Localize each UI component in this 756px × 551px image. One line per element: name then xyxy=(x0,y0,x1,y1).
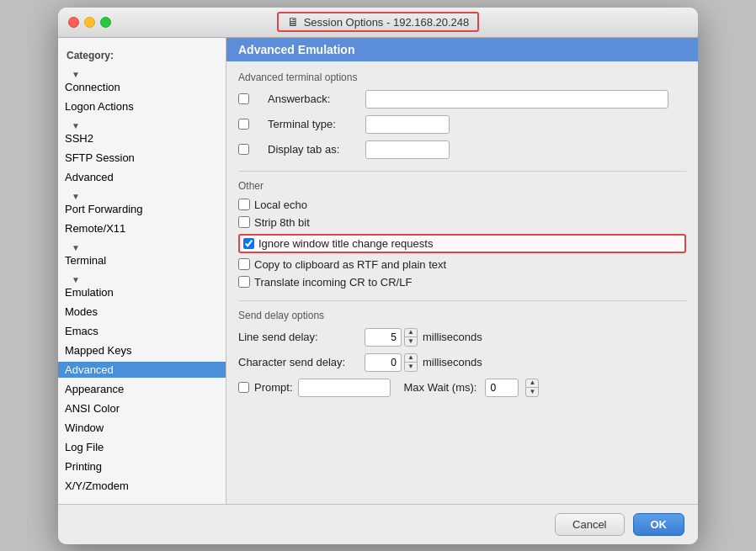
sidebar-item-window[interactable]: Window xyxy=(58,418,226,437)
copy-rtf-label: Copy to clipboard as RTF and plain text xyxy=(254,258,446,271)
sidebar-item-terminal[interactable]: ▼Terminal xyxy=(58,238,226,270)
sidebar-item-emacs[interactable]: Emacs xyxy=(58,321,226,341)
sidebar-item-appearance[interactable]: Appearance xyxy=(58,379,226,399)
sidebar-item-modes[interactable]: Modes xyxy=(58,302,226,321)
display-tab-input[interactable] xyxy=(365,140,450,159)
minimize-button[interactable] xyxy=(84,17,95,28)
line-send-unit: milliseconds xyxy=(423,331,482,343)
panel-header: Advanced Emulation xyxy=(226,38,698,61)
translate-cr-checkbox[interactable] xyxy=(238,276,250,288)
sidebar-item-sftp-session[interactable]: SFTP Session xyxy=(58,148,226,167)
prompt-input[interactable] xyxy=(298,379,391,397)
line-send-input[interactable] xyxy=(365,328,402,347)
display-tab-row: Display tab as: xyxy=(238,140,686,159)
dialog-footer: Cancel OK xyxy=(58,504,698,544)
char-send-unit: milliseconds xyxy=(423,356,482,368)
ignore-window-label: Ignore window title change requests xyxy=(258,237,433,250)
ignore-window-row: Ignore window title change requests xyxy=(238,234,686,253)
local-echo-label: Local echo xyxy=(254,199,307,211)
line-send-label: Line send delay: xyxy=(238,331,365,343)
titlebar: 🖥 Session Options - 192.168.20.248 xyxy=(58,8,698,38)
window-title: 🖥 Session Options - 192.168.20.248 xyxy=(277,12,480,32)
panel-body: Advanced terminal options Answerback: Te… xyxy=(226,61,698,504)
sidebar-item-logon-actions[interactable]: Logon Actions xyxy=(58,97,226,116)
display-tab-label: Display tab as: xyxy=(268,143,360,156)
ignore-window-checkbox[interactable] xyxy=(243,238,254,249)
translate-cr-row: Translate incoming CR to CR/LF xyxy=(238,276,686,289)
sidebar-item-advanced-term[interactable]: Advanced xyxy=(58,360,226,379)
line-send-up-arrow[interactable]: ▲ xyxy=(405,329,417,338)
other-label: Other xyxy=(238,180,686,192)
prompt-label: Prompt: xyxy=(254,381,293,394)
category-label: Category: xyxy=(58,46,226,65)
line-send-row: Line send delay: ▲ ▼ milliseconds xyxy=(238,328,686,347)
divider-1 xyxy=(238,171,686,172)
char-send-up-arrow[interactable]: ▲ xyxy=(405,354,417,363)
sidebar-item-port-forwarding[interactable]: ▼Port Forwarding xyxy=(58,187,226,219)
line-send-spinner: ▲ ▼ xyxy=(365,328,418,347)
local-echo-row: Local echo xyxy=(238,199,686,211)
answerback-input[interactable] xyxy=(365,90,668,109)
answerback-label: Answerback: xyxy=(268,93,360,105)
sidebar-item-ssh2[interactable]: ▼SSH2 xyxy=(58,116,226,148)
cancel-button[interactable]: Cancel xyxy=(555,513,624,536)
sidebar-item-ansi-color[interactable]: ANSI Color xyxy=(58,399,226,418)
line-send-down-arrow[interactable]: ▼ xyxy=(405,337,417,346)
max-wait-up-arrow[interactable]: ▲ xyxy=(526,379,538,389)
other-section: Other Local echo Strip 8th bit Ignore wi… xyxy=(238,180,686,289)
close-button[interactable] xyxy=(68,17,79,28)
strip-8th-label: Strip 8th bit xyxy=(254,216,310,229)
ok-button[interactable]: OK xyxy=(633,513,685,536)
answerback-checkbox[interactable] xyxy=(238,93,249,104)
char-send-input[interactable] xyxy=(365,353,402,372)
char-send-down-arrow[interactable]: ▼ xyxy=(405,363,417,371)
prompt-checkbox[interactable] xyxy=(238,382,249,393)
terminal-type-row: Terminal type: xyxy=(238,115,686,134)
char-send-row: Character send delay: ▲ ▼ milliseconds xyxy=(238,353,686,372)
send-delay-label: Send delay options xyxy=(238,310,686,321)
send-delay-section: Send delay options Line send delay: ▲ ▼ … xyxy=(238,310,686,397)
dialog-window: 🖥 Session Options - 192.168.20.248 Categ… xyxy=(58,8,698,544)
copy-rtf-row: Copy to clipboard as RTF and plain text xyxy=(238,258,686,271)
char-send-arrows[interactable]: ▲ ▼ xyxy=(404,353,418,372)
char-send-label: Character send delay: xyxy=(238,356,365,368)
maximize-button[interactable] xyxy=(100,17,111,28)
terminal-type-input[interactable] xyxy=(365,115,450,134)
divider-2 xyxy=(238,300,686,301)
main-panel: Advanced Emulation Advanced terminal opt… xyxy=(226,38,698,504)
window-icon: 🖥 xyxy=(287,15,299,29)
sidebar-item-log-file[interactable]: Log File xyxy=(58,437,226,457)
sidebar-item-mapped-keys[interactable]: Mapped Keys xyxy=(58,341,226,360)
dialog-content: Category: ▼Connection Logon Actions ▼SSH… xyxy=(58,38,698,504)
translate-cr-label: Translate incoming CR to CR/LF xyxy=(254,276,412,289)
char-send-spinner: ▲ ▼ xyxy=(365,353,418,372)
sidebar-item-xyz-modem[interactable]: X/Y/Zmodem xyxy=(58,476,226,495)
advanced-terminal-section: Advanced terminal options Answerback: Te… xyxy=(238,72,686,159)
line-send-arrows[interactable]: ▲ ▼ xyxy=(404,328,418,347)
max-wait-down-arrow[interactable]: ▼ xyxy=(526,388,538,396)
local-echo-checkbox[interactable] xyxy=(238,199,250,210)
prompt-row: Prompt: Max Wait (ms): ▲ ▼ xyxy=(238,379,686,397)
max-wait-label: Max Wait (ms): xyxy=(404,381,477,394)
sidebar-item-emulation[interactable]: ▼Emulation xyxy=(58,270,226,302)
answerback-row: Answerback: xyxy=(238,90,686,109)
terminal-type-label: Terminal type: xyxy=(268,118,360,130)
window-title-text: Session Options - 192.168.20.248 xyxy=(304,16,470,29)
copy-rtf-checkbox[interactable] xyxy=(238,258,250,270)
sidebar-item-printing[interactable]: Printing xyxy=(58,457,226,476)
max-wait-arrows[interactable]: ▲ ▼ xyxy=(525,379,539,397)
traffic-lights xyxy=(68,17,111,28)
terminal-type-checkbox[interactable] xyxy=(238,119,249,130)
sidebar-item-connection[interactable]: ▼Connection xyxy=(58,65,226,97)
strip-8th-row: Strip 8th bit xyxy=(238,216,686,229)
sidebar-item-remote-x11[interactable]: Remote/X11 xyxy=(58,219,226,238)
strip-8th-checkbox[interactable] xyxy=(238,216,250,228)
sidebar-item-advanced-conn[interactable]: Advanced xyxy=(58,167,226,187)
display-tab-checkbox[interactable] xyxy=(238,144,249,155)
max-wait-input[interactable] xyxy=(485,379,519,397)
sidebar: Category: ▼Connection Logon Actions ▼SSH… xyxy=(58,38,226,504)
advanced-terminal-label: Advanced terminal options xyxy=(238,72,686,83)
